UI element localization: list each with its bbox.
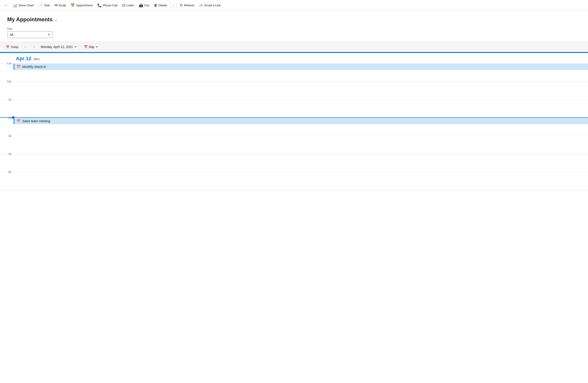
email-icon: ✉ — [55, 3, 58, 7]
filter-row: Due All Today This Week This Month ▼ — [0, 25, 588, 42]
task-icon: 📄 — [38, 3, 43, 7]
time-slot-5p: 5p — [0, 172, 588, 190]
letter-label: Letter — [127, 4, 134, 7]
calendar-day-name: Mon — [34, 57, 40, 61]
letter-icon: 🗃 — [122, 3, 126, 7]
calendar-view-icon: 📅 — [84, 45, 88, 49]
calendar-today-icon: 📅 — [6, 45, 10, 49]
slot-content-3p — [14, 136, 588, 154]
calendar-view-selector[interactable]: 📅 Day ▼ — [82, 44, 100, 50]
more-button[interactable]: ⌄ — [171, 2, 176, 8]
calendar-body: Apr 12 Mon 11a 📅 Monthly check-in 12p 1p — [0, 52, 588, 190]
task-button[interactable]: 📄 Task — [36, 2, 52, 9]
email-link-label: Email a Link — [205, 4, 221, 7]
calendar-main: Apr 12 Mon 11a 📅 Monthly check-in 12p 1p — [0, 52, 588, 383]
calendar-date-text: Monday, April 12, 2021 — [41, 45, 73, 49]
delete-label: Delete — [159, 4, 167, 7]
show-chart-label: Show Chart — [18, 4, 34, 7]
calendar-day-number: Apr 12 — [16, 56, 31, 61]
slot-content-2p: 📅 Sales team meeting — [14, 118, 588, 136]
time-label-3p: 3p — [0, 134, 14, 152]
time-slot-11a: 11a 📅 Monthly check-in — [0, 64, 588, 82]
current-time-dot — [12, 116, 15, 119]
show-chart-icon: 📊 — [13, 3, 17, 7]
calendar-nav: 📅 Today ← → Monday, April 12, 2021 ▼ 📅 D… — [0, 42, 588, 52]
time-slot-2p: 2p 📅 Sales team meeting — [0, 118, 588, 136]
filter-select-wrap: All Today This Week This Month ▼ — [7, 31, 53, 38]
time-label-11a: 11a — [0, 62, 14, 80]
time-slot-3p: 3p — [0, 136, 588, 154]
calendar-date-selector[interactable]: Monday, April 12, 2021 ▼ — [39, 44, 78, 50]
appointment-button[interactable]: 📅 Appointment — [68, 2, 95, 9]
filter-label: Due — [7, 27, 581, 30]
phone-call-button[interactable]: 📞 Phone Call — [95, 2, 120, 9]
time-label-4p: 4p — [0, 152, 14, 170]
time-slot-12p: 12p — [0, 82, 588, 100]
task-label: Task — [44, 4, 50, 7]
refresh-label: Refresh — [184, 4, 194, 7]
appointment-icon: 📅 — [70, 3, 75, 7]
page-header: My Appointments ⌄ — [0, 11, 588, 25]
fax-button[interactable]: 📠 Fax — [136, 2, 152, 9]
fax-icon: 📠 — [139, 3, 143, 7]
delete-icon: 🗑 — [154, 3, 157, 7]
slot-content-4p — [14, 154, 588, 172]
slot-content-11a: 📅 Monthly check-in — [14, 64, 588, 81]
event-title-1: Monthly check-in — [22, 65, 46, 69]
more-icon: ⌄ — [172, 4, 175, 7]
event-calendar-icon-1: 📅 — [17, 65, 21, 69]
page-title-row: My Appointments ⌄ — [7, 16, 581, 23]
time-label-2p: 2p — [0, 116, 14, 134]
refresh-icon: ↻ — [180, 3, 183, 7]
appointment-label: Appointment — [76, 4, 93, 7]
event-sales-team-meeting[interactable]: 📅 Sales team meeting — [14, 118, 588, 124]
phone-icon: 📞 — [97, 3, 102, 7]
page-title-chevron[interactable]: ⌄ — [54, 17, 58, 22]
email-link-button[interactable]: 📧 Email a Link — [197, 2, 223, 9]
event-monthly-checkin[interactable]: 📅 Monthly check-in — [14, 64, 588, 70]
phone-call-label: Phone Call — [103, 4, 117, 7]
email-button[interactable]: ✉ Email — [52, 2, 68, 9]
slot-content-5p — [14, 172, 588, 190]
calendar-date-header: Apr 12 Mon — [0, 53, 588, 64]
toolbar-separator-2 — [176, 2, 177, 9]
next-arrow-icon: → — [32, 45, 36, 49]
back-button[interactable]: ← — [2, 1, 10, 9]
refresh-button[interactable]: ↻ Refresh — [178, 2, 197, 9]
letter-button[interactable]: 🗃 Letter — [120, 2, 136, 9]
current-time-line — [0, 117, 588, 118]
time-label-1p: 1p — [0, 98, 14, 116]
email-link-icon: 📧 — [199, 3, 204, 7]
prev-date-button[interactable]: ← — [23, 44, 29, 50]
delete-button[interactable]: 🗑 Delete — [152, 2, 169, 9]
time-label-5p: 5p — [0, 171, 14, 188]
due-filter-select[interactable]: All Today This Week This Month — [7, 31, 53, 38]
next-date-button[interactable]: → — [31, 44, 37, 50]
time-slot-1p: 1p — [0, 100, 588, 118]
slot-content-12p — [14, 82, 588, 100]
calendar-view-text: Day — [89, 45, 94, 49]
calendar-view-chevron-icon: ▼ — [96, 45, 98, 48]
toolbar-separator — [170, 2, 170, 9]
event-calendar-icon-2: 📅 — [17, 119, 21, 123]
slot-content-1p — [14, 100, 588, 118]
fax-label: Fax — [144, 4, 149, 7]
page-title: My Appointments — [7, 16, 53, 23]
back-icon: ← — [4, 3, 8, 8]
time-label-12p: 12p — [0, 80, 14, 98]
toolbar: ← 📊 Show Chart 📄 Task ✉ Email 📅 Appointm… — [0, 0, 588, 11]
email-label: Email — [59, 4, 66, 7]
prev-arrow-icon: ← — [24, 45, 27, 49]
today-label: Today — [11, 45, 19, 49]
time-slot-4p: 4p — [0, 154, 588, 172]
show-chart-button[interactable]: 📊 Show Chart — [10, 2, 36, 9]
calendar-date-chevron-icon: ▼ — [74, 45, 77, 48]
event-title-2: Sales team meeting — [22, 119, 50, 123]
today-button[interactable]: 📅 Today — [4, 44, 21, 50]
